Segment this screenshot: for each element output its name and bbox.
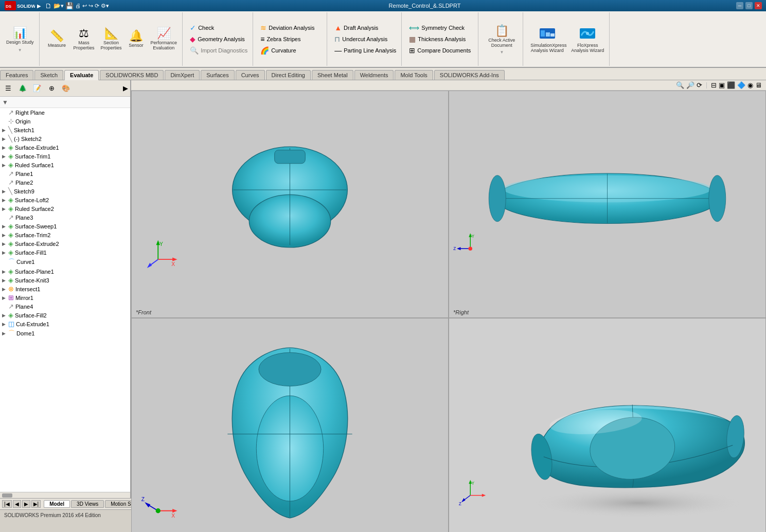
viewport-view3-icon[interactable]: ⬛ [727, 81, 735, 89]
window-controls[interactable]: ─ □ ✕ [736, 2, 762, 9]
import-diagnostics-button[interactable]: 🔍 Import Diagnostics [188, 45, 250, 56]
tree-item-surface-trim2[interactable]: ▶ ◈ Surface-Trim2 [0, 230, 130, 239]
tree-item-sketch9[interactable]: ▶ ╲ Sketch9 [0, 187, 130, 196]
print-icon[interactable]: 🖨 [75, 3, 81, 9]
sidebar-scroll-thumb[interactable] [2, 493, 12, 498]
deviation-analysis-button[interactable]: ≋ Deviation Analysis [258, 23, 316, 33]
close-button[interactable]: ✕ [755, 2, 762, 9]
right-view[interactable]: Y Z *Right [449, 91, 766, 318]
tree-item-cut-extrude1[interactable]: ▶ ◫ Cut-Extrude1 [0, 320, 130, 328]
nav-next-next[interactable]: ▶| [31, 500, 41, 508]
nav-next[interactable]: ▶ [22, 500, 30, 508]
sidebar-move-icon[interactable]: ⊕ [45, 82, 58, 95]
check-active-arrow[interactable]: ▼ [500, 50, 504, 55]
undercut-analysis-button[interactable]: ⊓ Undercut Analysis [332, 34, 389, 44]
tree-item-surface-knit3[interactable]: ▶ ◈ Surface-Knit3 [0, 276, 130, 285]
viewport-search2-icon[interactable]: 🔎 [686, 81, 694, 89]
save-icon[interactable]: 💾 [65, 2, 74, 10]
compare-documents-button[interactable]: ⊞ Compare Documents [407, 45, 473, 56]
tab-curves[interactable]: Curves [236, 70, 265, 80]
tab-solidworks-mbd[interactable]: SOLIDWORKS MBD [100, 70, 164, 80]
tab-sheet-metal[interactable]: Sheet Metal [312, 70, 353, 80]
sidebar-tree-icon[interactable]: 🌲 [16, 82, 29, 95]
tab-features[interactable]: Features [0, 70, 33, 80]
mass-properties-button[interactable]: ⚖ MassProperties [72, 27, 97, 51]
arrow-icon[interactable]: ▶ [37, 3, 41, 9]
viewport-view2-icon[interactable]: ▣ [719, 81, 725, 89]
front-view[interactable]: Y X *Front [131, 91, 449, 318]
draft-analysis-button[interactable]: ▲ Draft Analysis [332, 23, 380, 33]
tab-weldments[interactable]: Weldments [354, 70, 394, 80]
tree-item-plane2[interactable]: ↗ Plane2 [0, 178, 130, 187]
tree-item-origin[interactable]: ⊹ Origin [0, 117, 130, 126]
options-icon[interactable]: ⚙▾ [101, 3, 109, 9]
nav-prev-prev[interactable]: |◀ [2, 500, 12, 508]
tree-item-sketch1[interactable]: ▶ ╲ Sketch1 [0, 126, 130, 134]
parting-line-button[interactable]: — Parting Line Analysis [332, 45, 398, 56]
tree-item-surface-fill1[interactable]: ▶ ◈ Surface-Fill1 [0, 248, 130, 257]
viewport-view4-icon[interactable]: 🔷 [737, 81, 745, 89]
viewport-view5-icon[interactable]: ◉ [747, 81, 753, 89]
undo-icon[interactable]: ↩ [82, 3, 87, 9]
geometry-analysis-button[interactable]: ◆ Geometry Analysis [188, 34, 247, 44]
bottom-tab-3d-views[interactable]: 3D Views [71, 500, 104, 508]
open-folder-icon[interactable]: 📂▾ [54, 3, 64, 9]
tab-sketch[interactable]: Sketch [34, 70, 63, 80]
thickness-analysis-button[interactable]: ▦ Thickness Analysis [407, 34, 468, 44]
tree-item-surface-loft2[interactable]: ▶ ◈ Surface-Loft2 [0, 196, 130, 204]
viewport-search-icon[interactable]: 🔍 [676, 81, 684, 89]
tree-item-surface-fill2[interactable]: ▶ ◈ Surface-Fill2 [0, 311, 130, 320]
new-icon[interactable]: 🗋 [45, 2, 52, 10]
sidebar-list-icon[interactable]: ☰ [2, 82, 14, 95]
tree-item-intersect1[interactable]: ▶ ⊗ Intersect1 [0, 285, 130, 293]
tab-mold-tools[interactable]: Mold Tools [395, 70, 433, 80]
sidebar-expand-icon[interactable]: ▶ [123, 84, 128, 92]
isometric-view[interactable]: Y Z [449, 318, 766, 532]
sidebar-color-icon[interactable]: 🎨 [60, 82, 72, 95]
tree-item-sketch2[interactable]: ▶ ╲ (-) Sketch2 [0, 134, 130, 143]
performance-eval-button[interactable]: 📈 PerformanceEvaluation [149, 27, 180, 51]
rebuild-icon[interactable]: ⟳ [95, 3, 99, 9]
tree-item-surface-plane1[interactable]: ▶ ◈ Surface-Plane1 [0, 267, 130, 276]
viewport-refresh-icon[interactable]: ⟳ [697, 81, 702, 89]
viewport-display-icon[interactable]: 🖥 [755, 81, 762, 89]
zebra-stripes-button[interactable]: ≡ Zebra Stripes [258, 34, 302, 44]
check-active-document-button[interactable]: 📋 Check ActiveDocument [484, 24, 520, 49]
tree-item-ruled-surface2[interactable]: ▶ ◈ Ruled Surface2 [0, 204, 130, 213]
tree-item-plane3[interactable]: ↗ Plane3 [0, 213, 130, 222]
tree-item-surface-extrude1[interactable]: ▶ ◈ Surface-Extrude1 [0, 143, 130, 152]
tree-item-dome1[interactable]: ▶ ⌒ Dome1 [0, 328, 130, 339]
viewport-view1-icon[interactable]: ⊟ [711, 81, 717, 89]
tree-item-right-plane[interactable]: ↗ Right Plane [0, 108, 130, 117]
simulationxpress-button[interactable]: SimulationXpressAnalysis Wizard [528, 24, 566, 54]
redo-icon[interactable]: ↪ [88, 3, 93, 9]
tree-item-curve1[interactable]: ⌒ Curve1 [0, 257, 130, 267]
design-study-arrow[interactable]: ▼ [18, 48, 22, 52]
design-study-button[interactable]: 📊 Design Study [4, 26, 36, 46]
check-button[interactable]: ✓ Check [188, 23, 216, 33]
sensor-button[interactable]: 🔔 Sensor [126, 29, 147, 49]
tab-solidworks-addins[interactable]: SOLIDWORKS Add-Ins [434, 70, 505, 80]
sidebar-propertymanager-icon[interactable]: 📝 [31, 82, 43, 95]
tree-item-plane1[interactable]: ↗ Plane1 [0, 169, 130, 178]
tab-direct-editing[interactable]: Direct Editing [266, 70, 311, 80]
tab-dimxpert[interactable]: DimXpert [165, 70, 200, 80]
tree-item-plane4[interactable]: ↗ Plane4 [0, 302, 130, 311]
tree-item-surface-trim1[interactable]: ▶ ◈ Surface-Trim1 [0, 152, 130, 161]
sidebar-scrollbar[interactable] [0, 492, 130, 498]
top-view[interactable]: X Z *Top [131, 318, 449, 532]
minimize-button[interactable]: ─ [736, 2, 743, 9]
curvature-button[interactable]: 🌈 Curvature [258, 45, 298, 56]
tree-item-ruled-surface1[interactable]: ▶ ◈ Ruled Surface1 [0, 161, 130, 169]
section-properties-button[interactable]: 📐 SectionProperties [99, 27, 124, 51]
tab-evaluate[interactable]: Evaluate [64, 70, 99, 80]
bottom-tab-model[interactable]: Model [44, 500, 70, 508]
flowxpress-button[interactable]: FloXpressAnalysis Wizard [569, 24, 606, 54]
tree-item-surface-extrude2[interactable]: ▶ ◈ Surface-Extrude2 [0, 239, 130, 248]
measure-button[interactable]: 📏 Measure [45, 29, 69, 49]
tab-surfaces[interactable]: Surfaces [201, 70, 234, 80]
nav-prev[interactable]: ◀ [13, 500, 21, 508]
symmetry-check-button[interactable]: ⟺ Symmetry Check [407, 23, 467, 33]
tree-item-surface-sweep1[interactable]: ▶ ◈ Surface-Sweep1 [0, 222, 130, 230]
tree-item-mirror1[interactable]: ▶ ⊞ Mirror1 [0, 293, 130, 302]
